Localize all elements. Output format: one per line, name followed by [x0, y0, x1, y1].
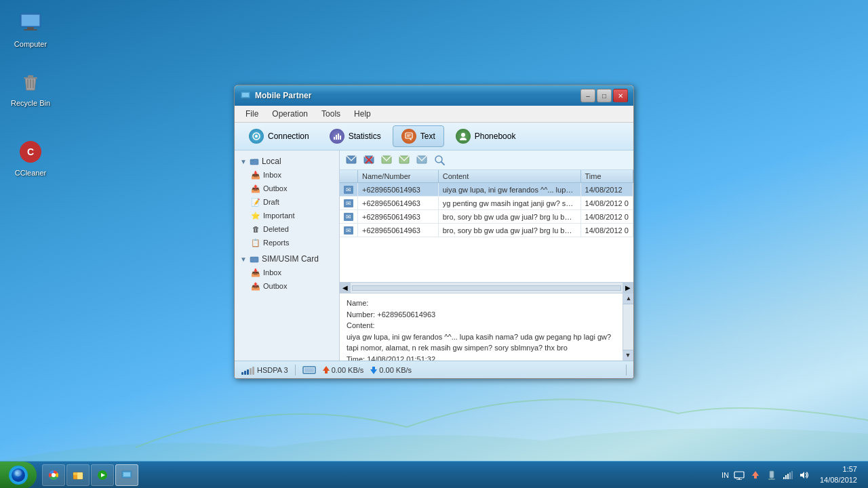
- sidebar-reports[interactable]: 📋 Reports: [235, 236, 339, 249]
- menubar: File Operation Tools Help: [235, 106, 633, 123]
- window-title: Mobile Partner: [255, 91, 576, 100]
- taskbar-media[interactable]: [91, 464, 114, 486]
- clock[interactable]: 1:57 14/08/2012: [814, 464, 863, 485]
- delete-message-button[interactable]: [361, 152, 376, 167]
- menu-help[interactable]: Help: [349, 107, 376, 121]
- svg-rect-66: [791, 471, 793, 479]
- svg-rect-38: [325, 371, 328, 373]
- svg-rect-2: [27, 27, 34, 29]
- minimize-button[interactable]: –: [580, 89, 595, 102]
- horizontal-scrollbar: ◀ ▶: [340, 282, 633, 293]
- sidebar-important[interactable]: ⭐ Important: [235, 209, 339, 222]
- text-button[interactable]: Text: [393, 125, 444, 147]
- svg-rect-20: [406, 133, 412, 138]
- menu-tools[interactable]: Tools: [316, 107, 346, 121]
- text-label: Text: [420, 131, 435, 141]
- message-panel: Name/Number Content Time: [340, 150, 633, 361]
- important-icon: ⭐: [251, 211, 260, 220]
- up-arrow-tray-icon[interactable]: [749, 469, 762, 481]
- svg-rect-19: [340, 136, 341, 140]
- menu-operation[interactable]: Operation: [267, 107, 313, 121]
- maximize-button[interactable]: □: [597, 89, 612, 102]
- taskbar: IN: [0, 461, 868, 488]
- svg-point-15: [255, 135, 258, 138]
- signal-bar-4: [250, 368, 252, 375]
- scroll-right-button[interactable]: ▶: [623, 283, 633, 293]
- col-time[interactable]: Time: [580, 170, 633, 183]
- upload-arrow-icon: [323, 366, 330, 374]
- table-row[interactable]: ✉ +6289650614963 bro, sory bb gw uda gw …: [340, 210, 633, 224]
- signal-bar-2: [244, 371, 246, 375]
- taskbar-items: [39, 464, 716, 486]
- recycle-bin-desktop-icon[interactable]: Recycle Bin: [3, 66, 58, 110]
- start-button[interactable]: [0, 462, 37, 489]
- svg-rect-64: [787, 474, 789, 479]
- outbox-icon: 📤: [251, 184, 260, 193]
- sidebar-inbox[interactable]: 📥 Inbox: [235, 168, 339, 182]
- download-speed: 0.00 KB/s: [379, 366, 412, 374]
- scroll-left-button[interactable]: ◀: [340, 283, 351, 293]
- row-icon-cell: ✉: [340, 183, 358, 197]
- detail-scroll-down-button[interactable]: ▼: [623, 350, 633, 361]
- usb-tray-icon[interactable]: [766, 469, 778, 481]
- search-button[interactable]: [432, 152, 447, 167]
- row-icon-cell: ✉: [340, 197, 358, 210]
- signal-tray-icon[interactable]: [782, 469, 794, 481]
- svg-marker-37: [323, 366, 330, 371]
- main-content: ▼ Local 📥 Inbox 📤 Outbox 📝: [235, 150, 633, 361]
- language-indicator: IN: [722, 471, 729, 479]
- sidebar-deleted[interactable]: 🗑 Deleted: [235, 222, 339, 236]
- network-tray-icon[interactable]: [733, 469, 745, 481]
- svg-marker-57: [752, 471, 759, 476]
- volume-tray-icon[interactable]: [798, 469, 810, 481]
- table-row[interactable]: ✉ +6289650614963 bro, sory bb gw uda gw …: [340, 224, 633, 237]
- svg-rect-47: [73, 472, 77, 475]
- new-message-button[interactable]: [344, 152, 359, 167]
- sidebar-sim-outbox[interactable]: 📤 Outbox: [235, 279, 339, 293]
- scroll-track[interactable]: [352, 285, 621, 291]
- inbox-label: Inbox: [263, 171, 281, 179]
- reports-label: Reports: [263, 239, 290, 247]
- row-content: yg penting gw masih ingat janji gw? sory…: [438, 197, 580, 210]
- sim-label: SIM/USIM Card: [262, 254, 319, 264]
- svg-rect-61: [768, 479, 775, 480]
- statistics-button[interactable]: Statistics: [321, 125, 390, 147]
- sim-outbox-icon: 📤: [251, 281, 260, 291]
- phonebook-label: Phonebook: [475, 131, 516, 141]
- sidebar-sim-header[interactable]: ▼ SIM/USIM Card: [235, 252, 339, 266]
- svg-rect-36: [304, 368, 314, 372]
- table-row[interactable]: ✉ +6289650614963 yg penting gw masih ing…: [340, 197, 633, 210]
- main-toolbar: Connection Statistics: [235, 123, 633, 150]
- col-icon: [340, 170, 358, 183]
- message-detail: Name: Number: +6289650614963 Content: ui…: [340, 293, 633, 361]
- sidebar-draft[interactable]: 📝 Draft: [235, 195, 339, 209]
- taskbar-tray: IN: [716, 464, 868, 485]
- ccleaner-desktop-icon[interactable]: C CCleaner: [3, 136, 58, 180]
- sidebar-local-header[interactable]: ▼ Local: [235, 155, 339, 168]
- forward-button[interactable]: [397, 152, 412, 167]
- signal-status: HSDPA 3: [241, 365, 288, 375]
- detail-scroll-up-button[interactable]: ▲: [623, 293, 633, 304]
- start-orb: [9, 466, 28, 485]
- receive-button[interactable]: [414, 152, 429, 167]
- taskbar-mobilepartner[interactable]: [115, 464, 138, 486]
- taskbar-explorer[interactable]: [66, 464, 90, 486]
- statusbar: HSDPA 3 0.00 KB/s 0.00 KB/s: [235, 361, 633, 378]
- computer-label: Computer: [14, 39, 47, 49]
- table-row[interactable]: ✉ +6289650614963 uiya gw lupa, ini gw fe…: [340, 183, 633, 197]
- connection-button[interactable]: Connection: [240, 125, 318, 147]
- download-status: 0.00 KB/s: [370, 366, 412, 374]
- col-content[interactable]: Content: [438, 170, 580, 183]
- close-button[interactable]: ✕: [613, 89, 628, 102]
- sidebar-sim-inbox[interactable]: 📥 Inbox: [235, 266, 339, 279]
- reply-button[interactable]: [379, 152, 394, 167]
- phonebook-button[interactable]: Phonebook: [447, 125, 525, 147]
- svg-rect-3: [24, 29, 37, 30]
- taskbar-chrome[interactable]: [42, 464, 65, 486]
- computer-icon[interactable]: Computer: [3, 7, 58, 52]
- col-name-number[interactable]: Name/Number: [358, 170, 439, 183]
- sidebar-outbox[interactable]: 📤 Outbox: [235, 182, 339, 195]
- svg-rect-5: [28, 75, 33, 77]
- svg-rect-62: [783, 477, 785, 479]
- menu-file[interactable]: File: [240, 107, 264, 121]
